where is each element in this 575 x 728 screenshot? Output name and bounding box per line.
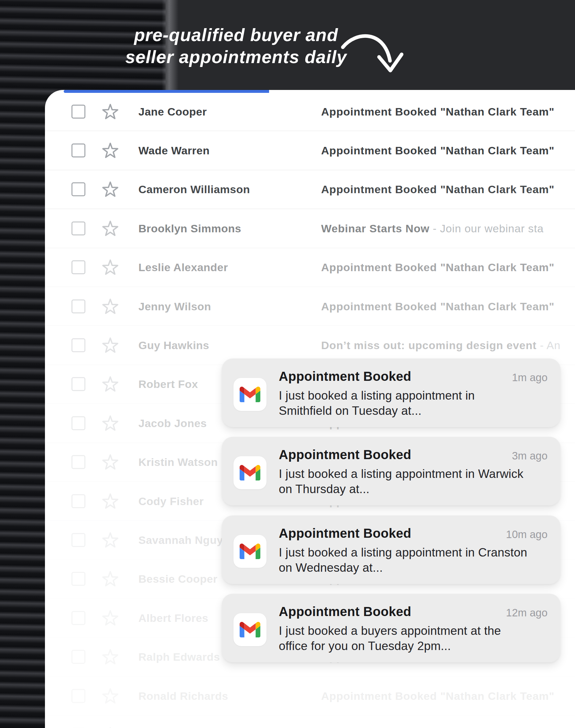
annotation-text: pre-qualified buyer and seller appointme…: [97, 24, 375, 68]
annotation-line1: pre-qualified buyer and: [97, 24, 375, 46]
email-row[interactable]: Leslie Alexander Appointment Booked "Nat…: [45, 248, 575, 287]
select-checkbox[interactable]: [71, 650, 86, 664]
select-checkbox[interactable]: [71, 416, 86, 430]
notification-time: 3m ago: [512, 450, 547, 462]
sender-name: Jenny Wilson: [138, 300, 211, 312]
sender-name: Ralph Edwards: [138, 651, 220, 663]
sender-name: Jacob Jones: [138, 417, 207, 429]
select-checkbox[interactable]: [71, 338, 86, 352]
select-checkbox[interactable]: [71, 104, 86, 119]
sender-name: Albert Flores: [138, 611, 208, 624]
select-checkbox[interactable]: [71, 377, 86, 391]
email-row[interactable]: Wade Warren Appointment Booked "Nathan C…: [45, 131, 575, 170]
notification-time: 1m ago: [512, 371, 547, 384]
star-icon[interactable]: [102, 688, 119, 704]
gmail-notification-card[interactable]: Appointment Booked 12m ago I just booked…: [222, 594, 561, 662]
notification-body: I just booked a listing appointment in S…: [279, 388, 475, 418]
select-checkbox[interactable]: [71, 611, 86, 625]
select-checkbox[interactable]: [71, 144, 86, 158]
star-icon[interactable]: [102, 454, 119, 470]
sender-name: Cameron Williamson: [138, 183, 250, 196]
star-icon[interactable]: [102, 298, 119, 315]
email-row[interactable]: Ronald Richards Appointment Booked "Nath…: [45, 676, 575, 716]
notification-title: Appointment Booked: [279, 448, 411, 462]
select-checkbox[interactable]: [71, 533, 86, 547]
notification-body: I just booked a buyers appointment at th…: [279, 623, 501, 654]
email-row[interactable]: Brooklyn Simmons Webinar Starts Now - Jo…: [45, 209, 575, 248]
select-checkbox[interactable]: [71, 689, 86, 703]
sender-name: Leslie Alexander: [138, 261, 228, 274]
select-checkbox[interactable]: [71, 572, 86, 586]
gmail-icon: [234, 535, 267, 568]
gmail-notification-card[interactable]: Appointment Booked 1m ago I just booked …: [222, 359, 561, 427]
sender-name: Kristin Watson: [138, 456, 218, 468]
notification-time: 12m ago: [506, 607, 547, 619]
select-checkbox[interactable]: [71, 261, 86, 274]
email-row[interactable]: Theresa Webb Appointment Booked "Nathan …: [45, 716, 575, 728]
email-row[interactable]: Cameron Williamson Appointment Booked "N…: [45, 170, 575, 209]
gmail-icon: [234, 378, 267, 411]
sender-name: Cody Fisher: [138, 495, 204, 507]
select-checkbox[interactable]: [71, 221, 86, 235]
star-icon[interactable]: [102, 649, 119, 665]
gmail-notification-card[interactable]: Appointment Booked 3m ago I just booked …: [222, 437, 561, 505]
sender-name: Jane Cooper: [138, 105, 207, 118]
notification-title: Appointment Booked: [279, 369, 411, 384]
select-checkbox[interactable]: [71, 455, 86, 469]
sender-name: Brooklyn Simmons: [138, 222, 241, 235]
email-row[interactable]: Jenny Wilson Appointment Booked "Nathan …: [45, 287, 575, 326]
star-icon[interactable]: [102, 259, 119, 275]
notification-title: Appointment Booked: [279, 526, 411, 541]
select-checkbox[interactable]: [71, 183, 86, 196]
star-icon[interactable]: [102, 142, 119, 159]
star-icon[interactable]: [102, 415, 119, 431]
star-icon[interactable]: [102, 493, 119, 509]
star-icon[interactable]: [102, 220, 119, 236]
email-subject: Appointment Booked "Nathan Clark Team": [321, 183, 554, 196]
sender-name: Savannah Nguyen: [138, 534, 236, 546]
sender-name: Bessie Cooper: [138, 573, 218, 585]
sender-name: Robert Fox: [138, 378, 198, 391]
select-checkbox[interactable]: [71, 494, 86, 508]
email-subject: Appointment Booked "Nathan Clark Team": [321, 300, 554, 312]
notification-title: Appointment Booked: [279, 604, 411, 619]
email-row[interactable]: Jane Cooper Appointment Booked "Nathan C…: [45, 92, 575, 131]
notification-body: I just booked a listing appointment in W…: [279, 466, 523, 497]
email-subject: Appointment Booked "Nathan Clark Team": [321, 690, 554, 702]
star-icon[interactable]: [102, 337, 119, 353]
curved-arrow-icon: [339, 30, 405, 84]
star-icon[interactable]: [102, 610, 119, 626]
notification-time: 10m ago: [506, 528, 547, 541]
email-subject: Appointment Booked "Nathan Clark Team": [321, 144, 554, 157]
annotation-line2: seller appointments daily: [97, 46, 375, 68]
select-checkbox[interactable]: [71, 299, 86, 313]
star-icon[interactable]: [102, 571, 119, 587]
sender-name: Guy Hawkins: [138, 339, 209, 352]
sender-name: Ronald Richards: [138, 690, 228, 702]
notification-body: I just booked a listing appointment in C…: [279, 545, 527, 575]
sender-name: Wade Warren: [138, 144, 209, 157]
email-subject: Appointment Booked "Nathan Clark Team": [321, 261, 554, 274]
gmail-icon: [234, 456, 267, 489]
gmail-icon: [234, 613, 267, 646]
email-subject: Don’t miss out: upcoming design event - …: [321, 339, 561, 352]
star-icon[interactable]: [102, 532, 119, 548]
star-icon[interactable]: [102, 181, 119, 197]
email-subject: Appointment Booked "Nathan Clark Team": [321, 105, 554, 118]
email-subject: Webinar Starts Now - Join our webinar st…: [321, 222, 544, 235]
star-icon[interactable]: [102, 103, 119, 120]
gmail-notification-card[interactable]: Appointment Booked 10m ago I just booked…: [222, 516, 561, 584]
star-icon[interactable]: [102, 376, 119, 392]
star-icon[interactable]: [102, 727, 119, 728]
